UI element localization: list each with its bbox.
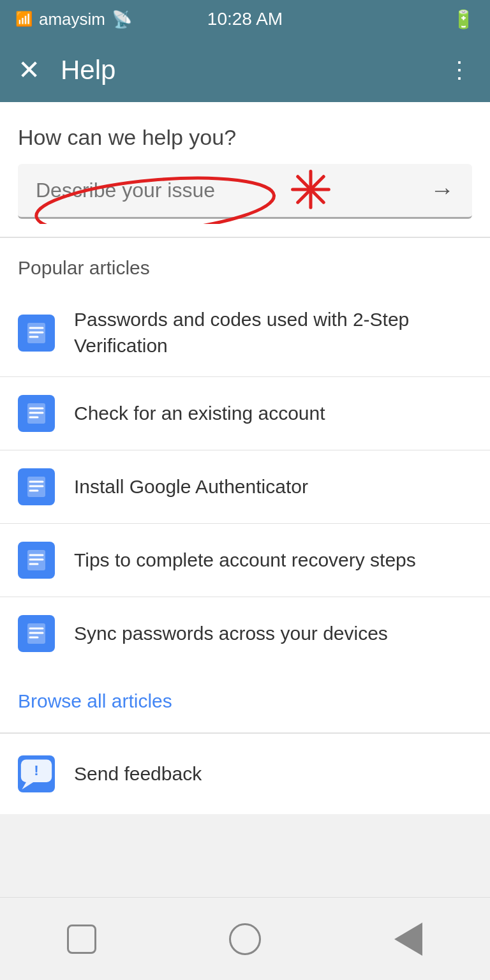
document-icon <box>25 322 48 345</box>
article-item[interactable]: Passwords and codes used with 2-Step Ver… <box>0 289 490 377</box>
status-bar: 📶 amaysim 📡 10:28 AM 🔋 <box>0 0 490 38</box>
article-icon <box>18 615 55 652</box>
browse-all-section: Browse all articles <box>0 670 490 732</box>
svg-marker-26 <box>22 782 33 789</box>
document-icon <box>25 402 48 425</box>
search-submit-button[interactable]: → <box>430 177 454 204</box>
status-time: 10:28 AM <box>207 9 283 29</box>
search-input[interactable] <box>36 179 430 202</box>
article-title: Passwords and codes used with 2-Step Ver… <box>74 307 472 359</box>
feedback-label: Send feedback <box>74 763 202 785</box>
article-icon <box>18 395 55 432</box>
article-item[interactable]: Check for an existing account <box>0 377 490 450</box>
status-bar-left: 📶 amaysim 📡 <box>15 10 132 29</box>
toolbar-title: Help <box>61 55 427 85</box>
triangle-icon <box>394 923 422 956</box>
article-icon <box>18 468 55 505</box>
popular-articles-heading: Popular articles <box>0 238 490 289</box>
article-title: Tips to complete account recovery steps <box>74 547 416 574</box>
svg-text:!: ! <box>34 762 39 778</box>
article-title: Sync passwords across your devices <box>74 621 388 647</box>
signal-icon: 📶 <box>15 11 33 27</box>
search-container: → <box>18 164 472 219</box>
popular-articles-section: Popular articles Passwords and codes use… <box>0 238 490 670</box>
document-icon <box>25 475 48 498</box>
browse-all-link[interactable]: Browse all articles <box>18 690 172 711</box>
wifi-icon: 📡 <box>112 10 132 29</box>
document-icon <box>25 622 48 645</box>
article-item[interactable]: Sync passwords across your devices <box>0 597 490 670</box>
nav-home-button[interactable] <box>223 917 267 961</box>
help-section: How can we help you? → <box>0 102 490 237</box>
nav-back-button[interactable] <box>386 917 431 961</box>
toolbar: ✕ Help ⋮ <box>0 38 490 102</box>
article-icon <box>18 315 55 352</box>
square-icon <box>67 924 96 954</box>
carrier-name: amaysim <box>39 10 105 29</box>
document-icon <box>25 549 48 572</box>
circle-icon <box>229 923 261 955</box>
search-wrapper: → <box>18 164 472 219</box>
article-item[interactable]: Tips to complete account recovery steps <box>0 524 490 597</box>
article-list: Passwords and codes used with 2-Step Ver… <box>0 289 490 670</box>
feedback-icon: ! <box>18 755 55 792</box>
article-title: Check for an existing account <box>74 401 325 427</box>
battery-icon: 🔋 <box>452 9 475 30</box>
close-button[interactable]: ✕ <box>18 57 40 84</box>
more-options-button[interactable]: ⋮ <box>448 57 472 84</box>
feedback-bubble-icon: ! <box>18 755 55 792</box>
nav-square-button[interactable] <box>59 917 104 961</box>
main-content: How can we help you? → Po <box>0 102 490 814</box>
help-heading: How can we help you? <box>18 125 472 150</box>
article-title: Install Google Authenticator <box>74 474 308 500</box>
article-icon <box>18 542 55 579</box>
article-item[interactable]: Install Google Authenticator <box>0 450 490 524</box>
bottom-nav <box>0 897 490 980</box>
send-feedback-item[interactable]: ! Send feedback <box>0 734 490 814</box>
